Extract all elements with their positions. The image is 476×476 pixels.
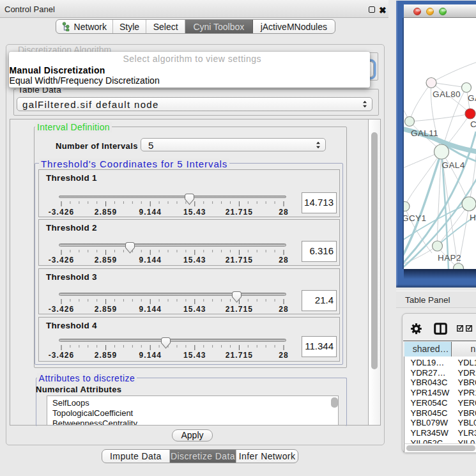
svg-text:GAL80: GAL80 — [433, 89, 461, 99]
svg-text:C: C — [470, 119, 476, 129]
svg-text:HI: HI — [470, 213, 476, 222]
svg-text:GAL11: GAL11 — [411, 128, 438, 138]
svg-text:GAL4: GAL4 — [442, 160, 465, 170]
svg-text:GCY1: GCY1 — [404, 213, 426, 223]
svg-text:HAP2: HAP2 — [438, 253, 461, 263]
svg-text:GA: GA — [468, 93, 476, 103]
